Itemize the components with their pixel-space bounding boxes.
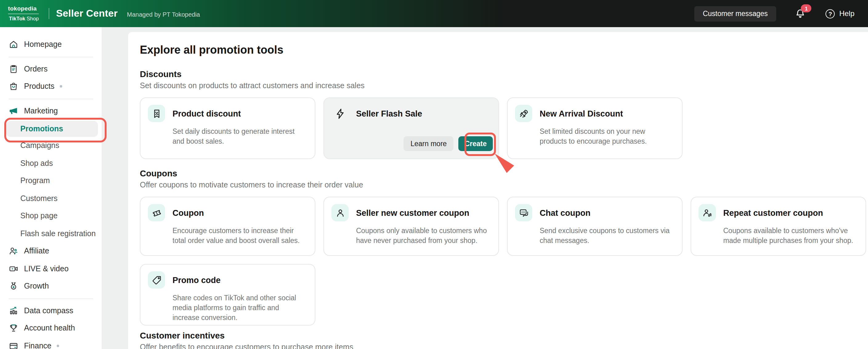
help-button[interactable]: ? Help	[826, 9, 855, 18]
sidebar-item-program[interactable]: Program	[0, 172, 102, 190]
discounts-description: Set discounts on products to attract cus…	[140, 81, 868, 91]
sidebar-item-label: Shop page	[20, 212, 58, 221]
notification-badge: 1	[801, 4, 812, 12]
promo-code-row: Promo code Share codes on TikTok and oth…	[140, 264, 867, 326]
sidebar-nav: Homepage Orders Products Marketing Promo…	[0, 27, 102, 349]
seller-center-page: tokopedia TikTok Shop Seller Center Mana…	[0, 0, 868, 349]
card-description: Coupons available to customers who've ma…	[723, 226, 857, 245]
medal-icon	[9, 282, 19, 291]
bar-chart-icon	[9, 306, 19, 316]
header-actions: Customer messages 1 ? Help	[694, 6, 855, 21]
customer-messages-button[interactable]: Customer messages	[694, 6, 777, 21]
tokopedia-tiktok-logo: tokopedia TikTok Shop	[8, 5, 39, 22]
sidebar-item-flash-sale-registration[interactable]: Flash sale registration	[0, 225, 102, 242]
sidebar-item-label: Customers	[20, 194, 58, 203]
card-new-arrival-discount[interactable]: New Arrival Discount Set limited discoun…	[507, 97, 683, 159]
card-promo-code[interactable]: Promo code Share codes on TikTok and oth…	[140, 264, 315, 326]
help-label: Help	[839, 9, 855, 18]
notification-dot	[60, 85, 63, 88]
card-title: New Arrival Discount	[540, 109, 623, 118]
card-description: Set daily discounts to generate interest…	[173, 126, 306, 146]
sidebar-item-homepage[interactable]: Homepage	[0, 36, 102, 53]
home-icon	[9, 40, 19, 50]
sidebar-divider	[9, 98, 93, 99]
sidebar-item-affiliate[interactable]: Affiliate	[0, 242, 102, 260]
sidebar-divider	[9, 56, 93, 57]
sidebar-item-label: Shop ads	[20, 159, 53, 168]
music-note-icon	[8, 16, 8, 21]
card-description: Encourage customers to increase their to…	[173, 226, 306, 245]
card-description: Share codes on TikTok and other social m…	[173, 293, 306, 322]
sidebar-item-label: Program	[20, 177, 50, 185]
rocket-icon	[515, 105, 532, 122]
learn-more-button[interactable]: Learn more	[404, 136, 454, 151]
sidebar-item-label: Promotions	[20, 124, 63, 133]
card-chat-coupon[interactable]: Chat coupon Send exclusive coupons to cu…	[507, 197, 683, 256]
tiktok-shop-wordmark: TikTok Shop	[8, 16, 39, 22]
notifications-button[interactable]: 1	[795, 8, 806, 19]
sidebar-item-label: Marketing	[24, 107, 58, 115]
card-product-discount[interactable]: Product discount Set daily discounts to …	[140, 97, 315, 159]
sidebar-item-label: Products	[24, 82, 55, 91]
sidebar-item-label: Homepage	[24, 40, 62, 49]
sidebar-item-customers[interactable]: Customers	[0, 190, 102, 207]
top-header: tokopedia TikTok Shop Seller Center Mana…	[0, 0, 868, 27]
card-title: Promo code	[173, 275, 221, 285]
tiktok-text: TikTok	[9, 16, 25, 22]
megaphone-icon	[9, 106, 19, 116]
sidebar-item-live-video[interactable]: LIVE & video	[0, 260, 102, 278]
coupons-heading: Coupons	[140, 168, 868, 179]
ticket-icon	[148, 204, 165, 221]
customer-incentives-description: Offer benefits to encourage customers to…	[140, 342, 868, 349]
sidebar-item-label: Campaigns	[20, 142, 59, 150]
video-camera-icon	[9, 264, 19, 274]
card-title: Coupon	[173, 208, 204, 217]
card-title: Repeat customer coupon	[723, 208, 823, 217]
sidebar-item-promotions[interactable]: Promotions	[6, 121, 98, 137]
sidebar-item-shop-page[interactable]: Shop page	[0, 207, 102, 225]
customer-incentives-heading: Customer incentives	[140, 330, 868, 341]
orders-icon	[9, 64, 19, 74]
sidebar-item-label: Growth	[24, 282, 49, 291]
sidebar-item-account-health[interactable]: Account health	[0, 319, 102, 337]
question-circle-icon: ?	[826, 9, 835, 18]
coupons-card-row: Coupon Encourage customers to increase t…	[140, 197, 867, 256]
sidebar-item-shop-ads[interactable]: Shop ads	[0, 154, 102, 172]
card-seller-flash-sale[interactable]: Seller Flash Sale Learn more Create	[323, 97, 499, 159]
main-content: Explore all promotion tools Discounts Se…	[128, 32, 868, 349]
products-icon	[9, 82, 19, 92]
chat-bubble-icon	[515, 204, 532, 221]
sidebar-item-label: Account health	[24, 324, 75, 333]
card-seller-new-customer-coupon[interactable]: Seller new customer coupon Coupons only …	[323, 197, 499, 256]
card-coupon[interactable]: Coupon Encourage customers to increase t…	[140, 197, 315, 256]
coupons-description: Offer coupons to motivate customers to i…	[140, 180, 868, 191]
card-description: Coupons only available to customers who …	[356, 226, 490, 245]
managed-by-label: Managed by PT Tokopedia	[127, 11, 200, 18]
discounts-card-row: Product discount Set daily discounts to …	[140, 97, 867, 159]
sidebar-item-campaigns[interactable]: Campaigns	[0, 137, 102, 154]
trophy-icon	[9, 323, 19, 333]
card-title: Chat coupon	[540, 208, 590, 217]
sidebar-item-label: Flash sale registration	[20, 229, 96, 238]
tag-icon	[148, 271, 165, 289]
people-icon	[9, 246, 19, 256]
credit-card-icon	[9, 341, 19, 349]
card-title: Product discount	[173, 109, 241, 118]
sidebar-item-growth[interactable]: Growth	[0, 278, 102, 295]
discounts-heading: Discounts	[140, 68, 868, 80]
flash-sale-actions: Learn more Create	[404, 136, 493, 151]
shop-text: Shop	[27, 16, 39, 22]
sidebar-item-products[interactable]: Products	[0, 78, 102, 95]
page-title: Seller Center	[56, 8, 118, 19]
sidebar-divider	[9, 298, 93, 299]
sidebar-item-data-compass[interactable]: Data compass	[0, 302, 102, 319]
sidebar-item-marketing[interactable]: Marketing	[0, 102, 102, 120]
card-repeat-customer-coupon[interactable]: Repeat customer coupon Coupons available…	[690, 197, 866, 256]
sidebar-item-label: Data compass	[24, 307, 73, 315]
sidebar-item-finance[interactable]: Finance	[0, 337, 102, 349]
create-button[interactable]: Create	[458, 136, 493, 151]
tokopedia-wordmark: tokopedia	[8, 5, 39, 12]
sidebar-item-orders[interactable]: Orders	[0, 60, 102, 78]
card-title: Seller Flash Sale	[356, 109, 422, 118]
sidebar-item-label: Finance	[24, 342, 52, 349]
